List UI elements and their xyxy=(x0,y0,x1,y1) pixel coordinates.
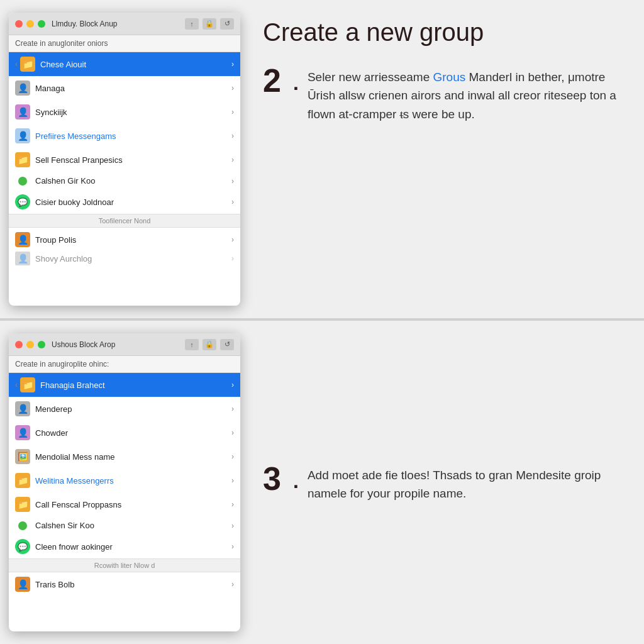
step2-number: 2 xyxy=(263,64,293,97)
top-item-synckiijk[interactable]: 👤 Synckiijk › xyxy=(9,100,240,124)
traris-bolb-label: Traris Bolb xyxy=(35,580,74,589)
calshen-gir-icon xyxy=(18,177,27,186)
cleen-fnowr-arrow: › xyxy=(231,542,234,551)
synckiijk-icon: 👤 xyxy=(15,104,30,119)
bottom-item-call-fenscal[interactable]: 📁 Call Fenscal Proppasns › xyxy=(9,492,240,516)
bottom-item-welitina[interactable]: 📁 Welitina Messengerrs › xyxy=(9,469,240,492)
tl-yellow-top[interactable] xyxy=(26,20,34,28)
prefiires-label: Prefiires Messengams xyxy=(35,131,116,141)
bottom-ctrl-lock[interactable]: 🔒 xyxy=(203,339,216,350)
step3-block: 3 . Add moet ade fie tloes! Thsads to gr… xyxy=(263,462,621,503)
call-fenscal-icon: 📁 xyxy=(15,497,30,512)
bottom-selected-label: Fhanagia Brahect xyxy=(40,380,105,390)
calshen-sir-arrow: › xyxy=(231,521,234,530)
calshen-gir-label: Calshen Gir Koo xyxy=(35,176,95,186)
top-titlebar: Llmduy. Block Anup ↑ 🔒 ↺ xyxy=(9,13,240,35)
troup-polis-label: Troup Polis xyxy=(35,235,76,245)
bottom-window-subtitle: Create in anugiroplite ohinc: xyxy=(9,356,240,373)
selected-folder-icon: 📁 xyxy=(20,57,35,72)
bottom-selected-folder-icon: 📁 xyxy=(20,377,35,392)
cisier-buoky-icon: 💬 xyxy=(15,194,30,209)
bottom-item-calshen-sir[interactable]: Calshen Sir Koo › xyxy=(9,516,240,535)
top-item-managa[interactable]: 👤 Managa › xyxy=(9,76,240,100)
bottom-item-traris-bolb[interactable]: 👤 Traris Bolb › xyxy=(9,572,240,596)
top-section-divider: Toofilencer Nond xyxy=(9,214,240,228)
prefiires-arrow: › xyxy=(231,131,234,140)
selected-arrow-icon: › xyxy=(231,60,234,69)
step3-number: 3 xyxy=(263,462,293,495)
step2-block: 2 . Seler new arriesseame Grous Manderl … xyxy=(263,64,621,123)
sell-fenscal-icon: 📁 xyxy=(15,152,30,167)
bottom-item-cleen-fnowr[interactable]: 💬 Cleen fnowr aokinger › xyxy=(9,535,240,558)
top-half: Llmduy. Block Anup ↑ 🔒 ↺ Create in anugl… xyxy=(0,0,644,321)
top-ctrl-up[interactable]: ↑ xyxy=(185,18,199,30)
cleen-fnowr-icon: 💬 xyxy=(15,539,30,554)
synckiijk-arrow: › xyxy=(231,108,234,116)
top-window-title: Llmduy. Block Anup xyxy=(52,19,185,28)
top-item-calshen-gir[interactable]: Calshen Gir Koo › xyxy=(9,172,240,190)
tl-red-bottom[interactable] xyxy=(15,341,23,348)
step2-text: Seler new arriesseame Grous Manderl in b… xyxy=(308,68,621,123)
bottom-ctrl-up[interactable]: ↑ xyxy=(185,339,199,350)
step2-text-before: Seler new arriesseame xyxy=(308,70,433,84)
menderep-label: Menderep xyxy=(35,404,72,414)
top-item-show-aurchlog[interactable]: 👤 Shovy Aurchlog › xyxy=(9,252,240,265)
tl-green-bottom[interactable] xyxy=(38,341,45,348)
cisier-buoky-label: Cisier buoky Joldnoar xyxy=(35,197,114,207)
top-selected-label: Chese Aiouit xyxy=(40,60,86,69)
call-fenscal-arrow: › xyxy=(231,500,234,509)
bottom-item-chowder[interactable]: 👤 Chowder › xyxy=(9,421,240,445)
bottom-selected-arrow: › xyxy=(231,380,234,389)
top-menu-list: ‹ 📁 Chese Aiouit › 👤 Managa › 👤 Synckiij… xyxy=(9,52,240,306)
mendolial-icon: 🖼️ xyxy=(15,449,30,464)
top-selected-item[interactable]: ‹ 📁 Chese Aiouit › xyxy=(9,52,240,76)
top-item-cisier-buoky[interactable]: 💬 Cisier buoky Joldnoar › xyxy=(9,190,240,214)
troup-polis-arrow: › xyxy=(231,235,234,244)
tl-red-top[interactable] xyxy=(15,20,23,28)
bottom-item-menderep[interactable]: 👤 Menderep › xyxy=(9,397,240,421)
bottom-window-controls: ↑ 🔒 ↺ xyxy=(185,339,234,350)
synckiijk-label: Synckiijk xyxy=(35,108,67,117)
bottom-half: Ushous Block Arop ↑ 🔒 ↺ Create in anugir… xyxy=(0,321,644,644)
show-aurchlog-label: Shovy Aurchlog xyxy=(35,254,92,264)
page-title: Create a new group xyxy=(263,18,621,47)
managa-arrow: › xyxy=(231,84,234,92)
top-mac-window: Llmduy. Block Anup ↑ 🔒 ↺ Create in anugl… xyxy=(9,13,240,306)
step3-text: Add moet ade fie tloes! Thsads to gran M… xyxy=(308,466,621,503)
menderep-arrow: › xyxy=(231,404,234,413)
call-fenscal-label: Call Fenscal Proppasns xyxy=(35,500,121,509)
step2-highlight: Grous xyxy=(433,70,465,84)
tl-green-top[interactable] xyxy=(38,20,45,28)
chowder-arrow: › xyxy=(231,428,234,437)
cisier-buoky-arrow: › xyxy=(231,197,234,206)
bottom-selected-item[interactable]: ‹ 📁 Fhanagia Brahect › xyxy=(9,373,240,397)
calshen-gir-arrow: › xyxy=(231,177,234,186)
menderep-icon: 👤 xyxy=(15,401,30,416)
top-ctrl-lock[interactable]: 🔒 xyxy=(203,18,216,30)
top-item-troup-polis[interactable]: 👤 Troup Polis › xyxy=(9,228,240,252)
mendolial-arrow: › xyxy=(231,452,234,461)
show-aurchlog-arrow: › xyxy=(231,254,234,263)
top-item-sell-fenscal[interactable]: 📁 Sell Fenscal Pranpesics › xyxy=(9,148,240,172)
sell-fenscal-label: Sell Fenscal Pranpesics xyxy=(35,155,123,165)
chowder-icon: 👤 xyxy=(15,425,30,440)
traffic-lights-bottom xyxy=(15,341,45,348)
bottom-menu-list: ‹ 📁 Fhanagia Brahect › 👤 Menderep › 👤 Ch… xyxy=(9,373,240,631)
chowder-label: Chowder xyxy=(35,428,68,438)
bottom-item-mendolial[interactable]: 🖼️ Mendolial Mess name › xyxy=(9,445,240,469)
show-aurchlog-icon: 👤 xyxy=(15,252,30,265)
top-window-controls: ↑ 🔒 ↺ xyxy=(185,18,234,30)
bottom-titlebar: Ushous Block Arop ↑ 🔒 ↺ xyxy=(9,333,240,356)
top-ctrl-refresh[interactable]: ↺ xyxy=(220,18,234,30)
traffic-lights-top xyxy=(15,20,45,28)
back-arrow-icon: ‹ xyxy=(15,60,18,69)
tl-yellow-bottom[interactable] xyxy=(26,341,34,348)
main-container: Llmduy. Block Anup ↑ 🔒 ↺ Create in anugl… xyxy=(0,0,644,644)
top-item-prefiires[interactable]: 👤 Prefiires Messengams › xyxy=(9,124,240,148)
top-window-subtitle: Create in anugloniter oniors xyxy=(9,35,240,52)
bottom-window-title: Ushous Block Arop xyxy=(52,340,185,349)
managa-icon: 👤 xyxy=(15,80,30,96)
bottom-ctrl-refresh[interactable]: ↺ xyxy=(220,339,234,350)
step2-dot: . xyxy=(293,72,299,95)
instruction-panel-top: Create a new group 2 . Seler new arriess… xyxy=(240,0,644,318)
